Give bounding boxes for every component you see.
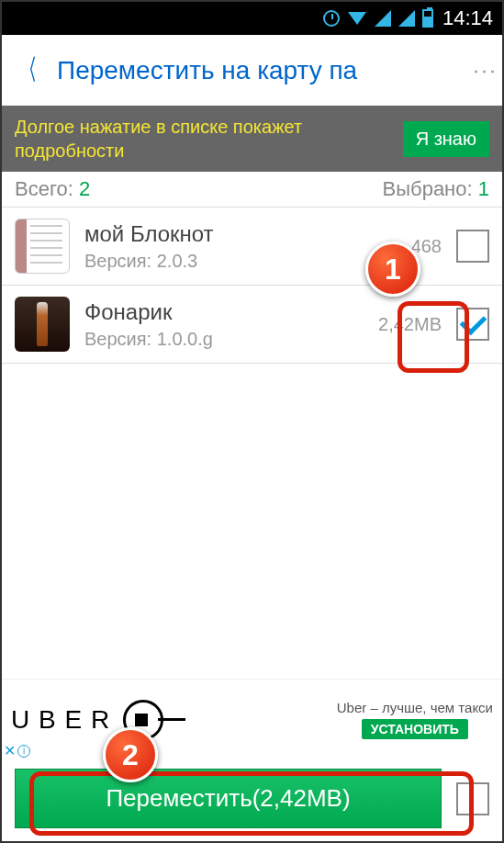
ad-logo: U B E R — [11, 705, 110, 735]
marker-2: 2 — [103, 727, 158, 782]
move-button[interactable]: Переместить(2,42MB) — [15, 769, 442, 828]
battery-icon — [422, 9, 433, 28]
title-bar: 〈 Переместить на карту па ⋮ — [2, 35, 502, 106]
marker-1: 1 — [365, 242, 420, 297]
alarm-icon — [323, 10, 340, 27]
play-line — [158, 718, 185, 721]
back-icon[interactable]: 〈 — [20, 51, 37, 89]
app-checkbox[interactable] — [456, 308, 489, 341]
ad-text: Uber – лучше, чем такси — [337, 700, 493, 715]
list-item[interactable]: Фонарик Версия: 1.0.0.g 2,42MB — [2, 286, 502, 364]
action-row: Переместить(2,42MB) — [2, 759, 502, 841]
status-bar: 14:14 — [2, 2, 502, 35]
total-label: Всего: — [15, 177, 73, 200]
hint-text: Долгое нажатие в списке покажет подробно… — [15, 115, 403, 163]
select-all-checkbox[interactable] — [456, 782, 489, 815]
ad-install-button[interactable]: УСТАНОВИТЬ — [362, 719, 468, 739]
app-version: Версия: 2.0.3 — [84, 251, 344, 272]
app-checkbox[interactable] — [456, 230, 489, 263]
page-title: Переместить на карту па — [57, 56, 471, 85]
counts-bar: Всего: 2 Выбрано: 1 — [2, 172, 502, 208]
app-name: мой Блокнот — [84, 221, 344, 247]
ad-banner[interactable]: U B E R Uber – лучше, чем такси УСТАНОВИ… — [2, 679, 502, 759]
overflow-menu-icon[interactable]: ⋮ — [480, 60, 489, 82]
hint-bar: Долгое нажатие в списке покажет подробно… — [2, 106, 502, 172]
selected-label: Выбрано: — [383, 177, 473, 200]
app-icon-notepad — [15, 219, 70, 274]
hint-ok-button[interactable]: Я знаю — [403, 121, 489, 157]
app-icon-flashlight — [15, 297, 70, 352]
app-name: Фонарик — [84, 299, 344, 325]
signal-icon — [398, 10, 415, 27]
selected-count: 1 — [478, 177, 489, 200]
total-count: 2 — [79, 177, 90, 200]
wifi-icon — [347, 8, 367, 28]
adchoices-icon[interactable]: ✕ i — [4, 742, 30, 759]
list-item[interactable]: мой Блокнот Версия: 2.0.3 468 — [2, 208, 502, 286]
app-size: 2,42MB — [359, 314, 442, 335]
signal-icon — [375, 10, 391, 27]
status-icons — [323, 8, 433, 28]
app-version: Версия: 1.0.0.g — [84, 329, 344, 350]
clock: 14:14 — [442, 6, 493, 30]
